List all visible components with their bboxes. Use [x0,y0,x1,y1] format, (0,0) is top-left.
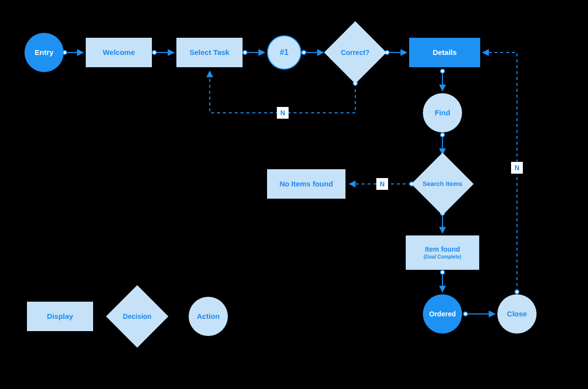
node-correct: Correct? [333,30,377,75]
node-close-label: Close [507,310,527,318]
node-no-items-found-label: No Items found [279,180,333,188]
node-ordered-label: Ordered [429,310,456,318]
svg-point-3 [152,51,156,54]
node-welcome: Welcome [86,38,152,67]
legend-display: Display [27,302,93,331]
svg-point-20 [441,270,444,274]
node-item-found-sublabel: (Goal Complete) [423,254,461,260]
node-search-items: Search items [420,162,465,206]
node-num1: #1 [267,35,301,70]
node-details-label: Details [433,48,457,57]
legend-decision-label: Decision [123,312,151,320]
node-num1-label: #1 [280,48,289,57]
node-welcome-label: Welcome [103,48,135,57]
node-entry-label: Entry [35,48,53,57]
node-no-items-found: No Items found [267,169,345,199]
legend-decision: Decision [115,294,159,338]
flowchart-canvas: Entry Welcome Select Task #1 Correct? De… [0,0,588,389]
node-select-task: Select Task [176,38,243,67]
node-search-items-label: Search items [423,181,463,188]
svg-point-14 [441,133,444,137]
node-close: Close [497,294,537,334]
node-entry: Entry [24,33,64,72]
legend-action-label: Action [197,312,220,321]
node-correct-label: Correct? [341,49,369,56]
edge-label-n-search-noitems: N [376,178,388,190]
svg-point-22 [464,312,467,316]
node-item-found: Item found (Goal Complete) [406,235,479,270]
legend-action: Action [189,297,228,336]
node-find-label: Find [435,108,450,117]
legend-display-label: Display [47,312,73,321]
node-select-task-label: Select Task [190,48,229,57]
svg-point-12 [441,69,444,73]
edge-label-n-close-details: N [511,162,523,174]
node-find: Find [423,93,462,132]
svg-point-23 [515,290,519,294]
node-details: Details [409,38,480,67]
node-ordered: Ordered [423,294,462,334]
node-item-found-label: Item found [425,245,460,254]
svg-point-5 [243,51,247,54]
edge-label-n-correct-select: N [277,107,289,119]
svg-point-7 [302,51,306,54]
